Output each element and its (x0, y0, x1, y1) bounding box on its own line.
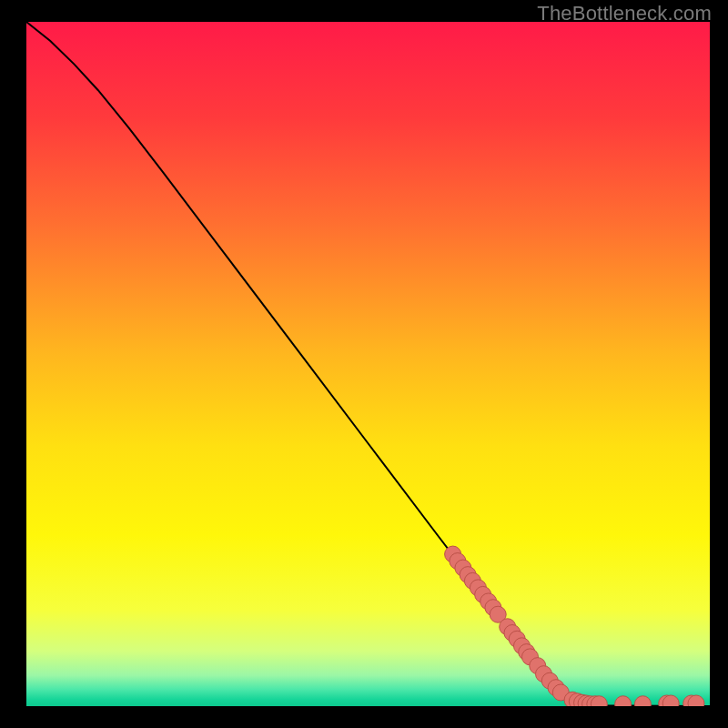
plot-area (26, 22, 710, 706)
chart-stage: TheBottleneck.com (0, 0, 728, 728)
data-dot (615, 696, 632, 706)
dots-layer (26, 22, 710, 706)
data-dot (634, 696, 651, 706)
